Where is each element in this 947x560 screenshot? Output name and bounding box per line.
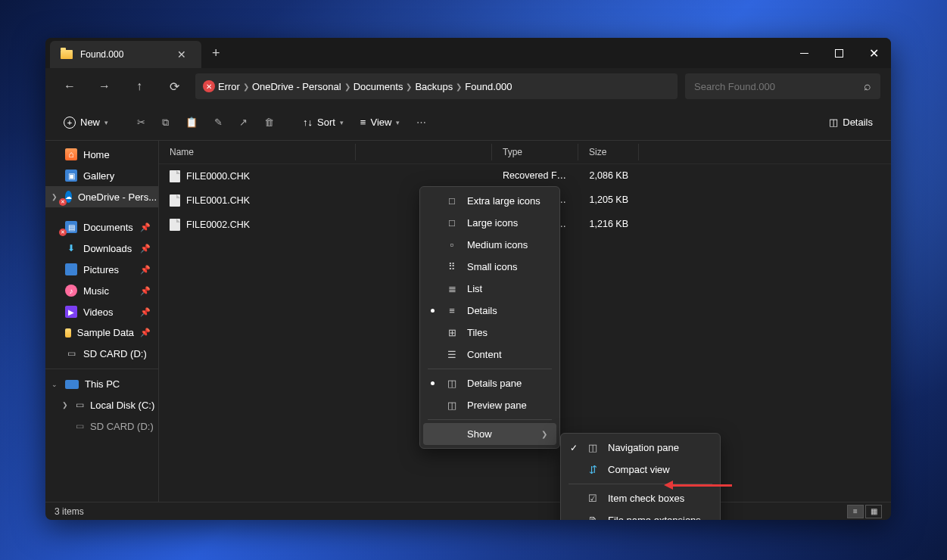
pin-icon: 📌 — [140, 222, 151, 232]
share-button[interactable]: ↗ — [232, 112, 255, 132]
tab-title: Found.000 — [80, 49, 165, 60]
menu-content[interactable]: ☰Content — [423, 344, 556, 366]
pin-icon: 📌 — [140, 244, 151, 254]
rename-button[interactable]: ✎ — [207, 112, 230, 132]
menu-list[interactable]: ≣List — [423, 278, 556, 300]
menu-item-checkboxes[interactable]: ☑Item check boxes — [564, 487, 717, 509]
menu-preview-pane[interactable]: ◫Preview pane — [423, 394, 556, 416]
pin-icon: 📌 — [140, 328, 151, 338]
crumb-onedrive[interactable]: OneDrive - Personal — [252, 81, 341, 92]
close-button[interactable]: ✕ — [856, 38, 891, 68]
col-name[interactable]: Name — [159, 144, 356, 160]
sidebar-item-sdcard[interactable]: ▭SD CARD (D:) — [45, 343, 158, 364]
annotation-arrow — [671, 484, 732, 487]
details-view-toggle[interactable]: ≡ — [847, 505, 864, 518]
explorer-window: Found.000 ✕ + ✕ ← → ↑ ⟳ ✕ Error ❯ OneDri… — [45, 38, 891, 520]
delete-button[interactable]: 🗑 — [257, 112, 282, 132]
toolbar: +New▾ ✂ ⧉ 📋 ✎ ↗ 🗑 ↑↓ Sort▾ ≡ View▾ ⋯ ◫ D… — [45, 104, 891, 141]
folder-icon — [61, 50, 73, 59]
sidebar-item-home[interactable]: ⌂Home — [45, 144, 158, 165]
sidebar-item-onedrive[interactable]: ❯☁OneDrive - Pers...✕ — [45, 186, 158, 207]
search-input[interactable] — [694, 81, 864, 92]
menu-xlarge-icons[interactable]: □Extra large icons — [423, 190, 556, 212]
address-bar[interactable]: ✕ Error ❯ OneDrive - Personal ❯ Document… — [195, 73, 678, 99]
file-icon — [170, 170, 180, 182]
pin-icon: 📌 — [140, 265, 151, 275]
col-datemod[interactable] — [356, 144, 492, 160]
cut-button[interactable]: ✂ — [129, 112, 153, 132]
titlebar: Found.000 ✕ + ✕ — [45, 38, 891, 68]
sidebar-item-downloads[interactable]: ⬇Downloads📌 — [45, 238, 158, 259]
menu-large-icons[interactable]: □Large icons — [423, 212, 556, 234]
view-button[interactable]: ≡ View▾ — [353, 112, 408, 132]
sidebar-item-music[interactable]: ♪Music📌 — [45, 280, 158, 301]
sidebar-item-documents[interactable]: ▤Documents📌✕ — [45, 216, 158, 238]
paste-button[interactable]: 📋 — [178, 112, 205, 132]
chevron-icon[interactable]: ❯ — [406, 82, 412, 91]
more-button[interactable]: ⋯ — [409, 112, 434, 132]
menu-details[interactable]: ≡Details — [423, 300, 556, 322]
back-button[interactable]: ← — [56, 73, 83, 100]
chevron-icon[interactable]: ❯ — [344, 82, 350, 91]
file-icon — [170, 219, 180, 231]
pin-icon: 📌 — [140, 307, 151, 317]
thumb-view-toggle[interactable]: ▦ — [865, 505, 882, 518]
search-bar[interactable]: ⌕ — [685, 73, 880, 99]
sidebar-item-videos[interactable]: ▶Videos📌 — [45, 301, 158, 322]
menu-navigation-pane[interactable]: ✓◫Navigation pane — [564, 437, 717, 459]
sidebar-item-gallery[interactable]: ▣Gallery — [45, 165, 158, 186]
sidebar-item-sampledata[interactable]: Sample Data📌 — [45, 322, 158, 343]
refresh-button[interactable]: ⟳ — [160, 73, 188, 100]
crumb-backups[interactable]: Backups — [415, 81, 453, 92]
new-tab-button[interactable]: + — [201, 45, 231, 61]
show-submenu: ✓◫Navigation pane ⇵Compact view ☑Item ch… — [560, 433, 721, 520]
chevron-icon[interactable]: ❯ — [456, 82, 462, 91]
sort-button[interactable]: ↑↓ Sort▾ — [295, 112, 351, 132]
crumb-documents[interactable]: Documents — [354, 81, 403, 92]
sidebar-item-thispc[interactable]: ⌄This PC — [45, 374, 158, 394]
error-icon: ✕ — [203, 80, 215, 92]
menu-compact-view[interactable]: ⇵Compact view — [564, 459, 717, 481]
details-button[interactable]: ◫ Details — [821, 112, 880, 132]
status-bar: 3 items ≡ ▦ — [45, 502, 891, 520]
file-icon — [170, 194, 180, 207]
sidebar-item-pictures[interactable]: Pictures📌 — [45, 259, 158, 280]
up-button[interactable]: ↑ — [126, 73, 153, 100]
crumb-error[interactable]: Error — [218, 81, 240, 92]
menu-file-extensions[interactable]: 🗎File name extensions — [564, 509, 717, 520]
col-size[interactable]: Size — [578, 144, 639, 160]
copy-button[interactable]: ⧉ — [154, 112, 176, 133]
file-row[interactable]: FILE0000.CHKRecovered File Fra...2,086 K… — [159, 164, 891, 188]
sidebar-item-sdcard2[interactable]: ▭SD CARD (D:) — [45, 415, 158, 437]
menu-show[interactable]: Show❯ — [423, 423, 556, 445]
menu-medium-icons[interactable]: ▫Medium icons — [423, 234, 556, 256]
tab-close-button[interactable]: ✕ — [173, 47, 191, 62]
menu-tiles[interactable]: ⊞Tiles — [423, 322, 556, 344]
svg-rect-0 — [800, 53, 808, 54]
sidebar: ⌂Home ▣Gallery ❯☁OneDrive - Pers...✕ ▤Do… — [45, 141, 159, 502]
pin-icon: 📌 — [140, 286, 151, 296]
sidebar-item-localdisk[interactable]: ❯▭Local Disk (C:) — [45, 394, 158, 415]
view-menu: □Extra large icons □Large icons ▫Medium … — [419, 186, 560, 449]
svg-rect-1 — [835, 49, 843, 57]
search-icon[interactable]: ⌕ — [864, 79, 871, 93]
column-headers: Name Type Size — [159, 141, 891, 164]
crumb-found[interactable]: Found.000 — [465, 81, 512, 92]
item-count: 3 items — [55, 506, 84, 517]
chevron-icon[interactable]: ❯ — [243, 82, 249, 91]
menu-small-icons[interactable]: ⠿Small icons — [423, 256, 556, 278]
forward-button[interactable]: → — [91, 73, 118, 100]
maximize-button[interactable] — [821, 38, 856, 68]
tab[interactable]: Found.000 ✕ — [50, 41, 201, 68]
menu-details-pane[interactable]: ◫Details pane — [423, 372, 556, 394]
new-button[interactable]: +New▾ — [56, 112, 116, 133]
col-type[interactable]: Type — [492, 144, 578, 160]
minimize-button[interactable] — [787, 38, 821, 68]
navbar: ← → ↑ ⟳ ✕ Error ❯ OneDrive - Personal ❯ … — [45, 68, 891, 104]
